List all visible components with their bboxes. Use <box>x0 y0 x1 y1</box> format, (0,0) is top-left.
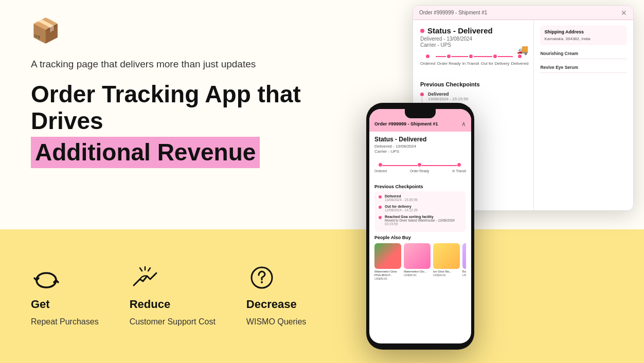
feature-desc-reduce: Customer Support Cost <box>130 316 216 328</box>
mobile-notch <box>405 109 436 118</box>
feature-item-reduce: Reduce Customer Support Cost <box>130 265 216 328</box>
feature-title-get: Get <box>31 298 50 311</box>
mobile-tracker: Ordered Order Ready In Transit <box>369 157 471 182</box>
mobile-cp-dot <box>379 216 382 219</box>
feature-item-decrease: Decrease WISMO Queries <box>246 265 306 328</box>
tracker-step-transit: In Transit <box>462 53 479 66</box>
mobile-step-ready: Order Ready <box>410 162 429 173</box>
mobile-cp-time: 12/08/2024 - 14:12:29 <box>385 208 418 212</box>
mobile-checkpoints: Delivered 13/08/2024 - 15:35:59 Out for … <box>374 191 466 232</box>
product-price: US$16.00 <box>433 274 460 277</box>
tracker-step-out: Out for Delivery <box>481 53 510 66</box>
tracker-dot <box>425 53 431 59</box>
feature-desc-decrease: WISMO Queries <box>246 316 306 328</box>
mobile-cp-info: Out for delivery 12/08/2024 - 14:12:29 <box>385 205 418 212</box>
checkpoint-time: 13/08/2024 - 15:15:59 <box>428 97 468 101</box>
svg-line-4 <box>154 273 156 275</box>
mobile-checkpoints-title: Previous Checkpoints <box>369 182 471 191</box>
feature-title-reduce: Reduce <box>130 298 170 311</box>
tagline: A tracking page that delivers more than … <box>31 58 350 71</box>
step-label: Ordered <box>420 61 435 66</box>
product-price: US$35.00 <box>404 274 431 277</box>
product-name: Watermelon Glo... <box>404 270 431 274</box>
repeat-icon <box>31 265 62 291</box>
mobile-tracker-dot <box>457 162 461 167</box>
mobile-cp-delivered: Delivered 13/08/2024 - 15:35:59 <box>379 194 462 202</box>
checkpoints-title: Previous Checkpoints <box>420 81 528 87</box>
step-label: In Transit <box>462 61 479 66</box>
product-item-2: Revive Eye Serum <box>540 62 627 73</box>
status-dot <box>420 29 424 33</box>
tracker-step-ordered: Ordered <box>420 53 435 66</box>
checkpoint-label: Delivered <box>428 92 468 97</box>
desktop-title-bar: Order #999999 - Shipment #1 ✕ <box>413 6 633 20</box>
step-label: Out for Delivery <box>481 61 510 66</box>
mobile-cp-time: 13/08/2024 - 15:35:59 <box>385 198 418 202</box>
main-heading: Order Tracking App that Drives Additiona… <box>31 81 350 169</box>
desktop-carrier: Carrier - UPS <box>420 42 528 48</box>
mobile-screen: Order #999999 - Shipment #1 ∧ Status - D… <box>369 109 471 343</box>
mobile-cp-detail: Moved to Diver Island Warehouse - 13/08/… <box>385 219 455 222</box>
desktop-right-col: Shipping Address Karnataka, 394382, Indi… <box>534 20 633 210</box>
product-image-watermelon <box>374 243 401 269</box>
product-price: US$16.00 <box>462 274 466 277</box>
shipping-title: Shipping Address <box>544 29 623 34</box>
mobile-status-label: Status - Delivered <box>374 136 466 143</box>
mobile-cp-goa: Reached Goa sorting facility Moved to Di… <box>379 215 462 226</box>
mobile-also-buy-section: People Also Buy Watermelon Glow PHA+BHA … <box>369 232 471 282</box>
mobile-step-label: Order Ready <box>410 169 429 173</box>
desktop-close-button[interactable]: ✕ <box>621 9 627 17</box>
shipping-box: Shipping Address Karnataka, 394382, Indi… <box>540 25 627 45</box>
mobile-order-title: Order #999999 - Shipment #1 <box>374 121 438 126</box>
mobile-cp-label: Out for delivery <box>385 205 418 208</box>
desktop-order-title: Order #999999 - Shipment #1 <box>419 10 487 15</box>
mobile-product-yellow: ion Glow Nia... US$16.00 <box>433 243 460 280</box>
product-name: Back to School Glo... <box>462 270 466 274</box>
desktop-tracker: 🚚 Ordered Order Ready <box>420 48 528 76</box>
mobile-also-buy-title: People Also Buy <box>374 235 466 240</box>
product-name: Watermelon Glow PHA+BHA P... <box>374 270 401 277</box>
product-image-pink <box>404 243 431 269</box>
mobile-product-watermelon: Watermelon Glow PHA+BHA P... US$35.00 <box>374 243 401 280</box>
mobile-step-ordered: Ordered <box>374 162 387 173</box>
mobile-tracker-dot <box>378 162 383 167</box>
mobile-cp-info: Delivered 13/08/2024 - 15:35:59 <box>385 194 418 202</box>
svg-point-6 <box>261 281 263 283</box>
heading-line1: Order Tracking App that Drives <box>31 81 350 135</box>
tracker-dot <box>492 53 498 59</box>
feature-item-repeat: Get Repeat Purchases <box>31 265 99 328</box>
svg-line-3 <box>134 283 136 285</box>
svg-line-2 <box>148 268 150 271</box>
tracker-dot <box>446 53 452 59</box>
shipping-address: Karnataka, 394382, India <box>544 37 623 41</box>
page-container: 📦 A tracking page that delivers more tha… <box>0 0 644 363</box>
mobile-step-label: Ordered <box>374 169 387 173</box>
svg-line-1 <box>140 268 142 271</box>
feature-title-decrease: Decrease <box>246 298 297 311</box>
mobile-delivered-date: Delivered - 13/08/2024 <box>374 144 466 149</box>
feature-desc-repeat: Repeat Purchases <box>31 316 99 328</box>
step-label: Delivered <box>511 61 529 66</box>
mobile-step-transit: In Transit <box>452 162 466 173</box>
tracker-dot <box>468 53 474 59</box>
mobile-product-purple: Back to School Glo... US$16.00 <box>462 243 466 280</box>
mobile-cp-info: Reached Goa sorting facility Moved to Di… <box>385 215 455 226</box>
tracker-dot <box>517 53 523 59</box>
right-content-area: Order #999999 - Shipment #1 ✕ Status - D… <box>356 0 644 363</box>
mobile-mockup: Order #999999 - Shipment #1 ∧ Status - D… <box>366 103 474 350</box>
mobile-cp-label: Delivered <box>385 194 418 198</box>
mobile-cp-time: 03:15:59 <box>385 222 455 226</box>
mobile-cp-out-delivery: Out for delivery 12/08/2024 - 14:12:29 <box>379 205 462 212</box>
mobile-product-pink: Watermelon Glo... US$35.00 <box>404 243 431 280</box>
tracker-steps: Ordered Order Ready In Transit <box>420 53 528 66</box>
tracker-step-delivered: Delivered <box>511 53 529 66</box>
mobile-status-section: Status - Delivered Delivered - 13/08/202… <box>369 132 471 157</box>
features-section: Get Repeat Purchases <box>0 229 370 363</box>
desktop-delivered-date: Delivered - 13/08/2024 <box>420 36 528 42</box>
product-image-yellow <box>433 243 460 269</box>
left-content-area: 📦 A tracking page that delivers more tha… <box>0 0 370 363</box>
mobile-chevron-icon: ∧ <box>461 120 466 128</box>
mobile-content: Order #999999 - Shipment #1 ∧ Status - D… <box>369 109 471 343</box>
mobile-cp-dot <box>379 195 382 198</box>
logo-icon: 📦 <box>31 16 61 43</box>
